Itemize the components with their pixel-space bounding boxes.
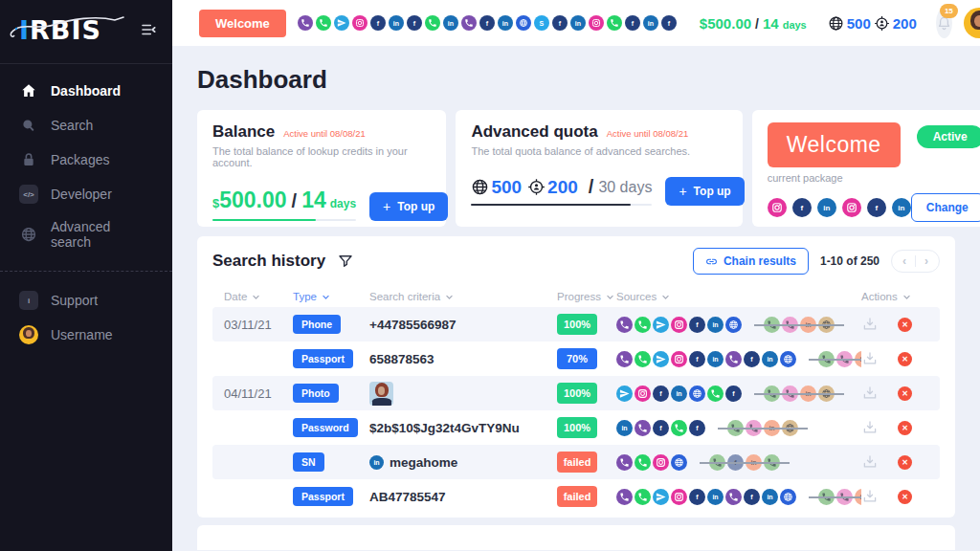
telegram-icon xyxy=(616,386,633,402)
delete-icon[interactable]: ✕ xyxy=(898,352,912,366)
download-icon[interactable] xyxy=(861,419,879,436)
failed-sources-group: fin xyxy=(704,454,785,471)
globe-icon xyxy=(19,225,38,244)
target-quota-icon xyxy=(874,15,890,32)
column-header-type[interactable]: Type xyxy=(293,291,369,302)
whatsapp-icon xyxy=(836,351,853,367)
photo-thumbnail[interactable] xyxy=(369,382,393,406)
globe-icon xyxy=(725,317,742,333)
skype-icon: S xyxy=(534,15,549,31)
viber-icon xyxy=(616,351,633,367)
viber-icon xyxy=(727,420,744,436)
linkedin-icon: in xyxy=(643,15,658,31)
filter-icon[interactable] xyxy=(337,253,354,270)
linkedin-icon: in xyxy=(855,489,861,505)
criteria-text: $2b$10$Jg32t4GvTY9Nu xyxy=(369,421,520,435)
package-card: Welcome Active current package finfin Ch… xyxy=(752,110,980,227)
facebook-icon: f xyxy=(689,351,705,367)
sidebar-item-search[interactable]: Search xyxy=(0,108,172,143)
column-label: Actions xyxy=(861,291,898,302)
logo[interactable]: IRBIS xyxy=(19,15,101,45)
download-icon[interactable] xyxy=(861,385,879,402)
type-badge: Passport xyxy=(293,349,353,368)
whatsapp-icon xyxy=(782,386,798,402)
balance-days-label: days xyxy=(783,19,807,31)
notifications-bell-icon[interactable]: 15 xyxy=(936,8,952,38)
quota-card-description: The total quota balance of advanced sear… xyxy=(471,145,726,157)
facebook-icon: f xyxy=(744,489,760,505)
page-next-icon[interactable]: › xyxy=(924,255,928,267)
sources-cell: finin xyxy=(616,317,861,333)
sidebar-footer-nav: iSupportUsername xyxy=(0,283,172,352)
facebook-icon: f xyxy=(689,489,705,505)
failed-sources-group: in xyxy=(759,317,839,333)
sidebar-item-dashboard[interactable]: Dashboard xyxy=(0,74,172,108)
sidebar-divider xyxy=(0,63,172,64)
summary-cards: Balance Active until 08/08/21 The total … xyxy=(197,110,955,227)
history-row: PassportAB47785547failedfinfinin✕ xyxy=(212,479,940,514)
balance-amount: $500.00 xyxy=(700,15,751,32)
download-icon[interactable] xyxy=(861,316,879,333)
package-change-button[interactable]: Change xyxy=(911,193,980,222)
sidebar-header: IRBIS xyxy=(0,0,172,59)
actions-cell: ✕ xyxy=(861,350,928,367)
download-icon[interactable] xyxy=(861,453,879,471)
viber-icon xyxy=(725,489,742,505)
delete-icon[interactable]: ✕ xyxy=(898,318,912,332)
package-source-icons: finfin xyxy=(768,198,911,217)
globe-icon xyxy=(689,386,705,402)
delete-icon[interactable]: ✕ xyxy=(898,421,912,435)
sidebar-item-label: Dashboard xyxy=(51,83,121,99)
delete-icon[interactable]: ✕ xyxy=(898,386,912,401)
telegram-icon xyxy=(653,489,669,505)
web-quota-value: 500 xyxy=(847,15,871,32)
delete-icon[interactable]: ✕ xyxy=(898,455,912,470)
delete-icon[interactable]: ✕ xyxy=(898,490,912,504)
target-quota-icon xyxy=(527,178,546,196)
column-header-actions[interactable]: Actions xyxy=(861,291,928,302)
history-rows: 03/11/21Phone+44785566987100%finin✕Passp… xyxy=(212,307,940,514)
linkedin-icon: in xyxy=(616,420,633,436)
globe-icon xyxy=(818,317,835,333)
sidebar-item-advanced-search[interactable]: Advanced search xyxy=(0,211,172,257)
user-avatar[interactable] xyxy=(964,8,980,38)
balance-value: $500.00/14days xyxy=(212,187,356,221)
facebook-icon: f xyxy=(625,15,640,31)
download-icon[interactable] xyxy=(861,488,879,505)
globe-icon xyxy=(671,454,687,471)
balance-days-label: days xyxy=(330,197,356,210)
viber-icon xyxy=(635,420,651,436)
sidebar-item-support[interactable]: iSupport xyxy=(0,283,172,318)
chevron-down-icon xyxy=(322,293,330,301)
linkedin-icon: in xyxy=(707,317,724,333)
balance-topup-button[interactable]: +Top up xyxy=(369,192,448,221)
sidebar-divider-dashed xyxy=(0,271,172,272)
pagination-range: 1-10 of 250 xyxy=(820,254,880,268)
facebook-icon: f xyxy=(552,15,568,31)
page-prev-icon[interactable]: ‹ xyxy=(902,255,906,267)
viber-icon xyxy=(298,15,313,31)
sidebar-item-label: Search xyxy=(51,118,93,133)
viber-icon xyxy=(616,489,633,505)
whatsapp-icon xyxy=(671,420,687,436)
sources-cell: finfin xyxy=(616,386,861,402)
column-header-search-criteria[interactable]: Search criteria xyxy=(369,291,557,302)
telegram-icon xyxy=(653,317,669,333)
chain-results-button[interactable]: Chain results xyxy=(693,248,809,275)
column-header-progress[interactable]: Progress xyxy=(557,291,616,302)
sidebar-item-packages[interactable]: Packages xyxy=(0,143,172,177)
balance-amount-value: 500.00 xyxy=(219,187,286,212)
facebook-icon: f xyxy=(661,15,677,31)
viber-icon xyxy=(616,317,633,333)
column-header-date[interactable]: Date xyxy=(224,291,293,302)
quota-topup-button[interactable]: +Top up xyxy=(665,177,744,206)
sidebar-item-developer[interactable]: </>Developer xyxy=(0,177,172,211)
sidebar-item-username[interactable]: Username xyxy=(0,318,172,352)
welcome-package-button[interactable]: Welcome xyxy=(199,10,286,37)
download-icon[interactable] xyxy=(861,350,879,367)
column-header-sources[interactable]: Sources xyxy=(616,291,861,302)
package-label: current package xyxy=(768,172,980,184)
chevron-down-icon xyxy=(445,293,454,301)
sidebar-collapse-icon[interactable] xyxy=(140,21,157,38)
criteria-text: megahome xyxy=(390,455,457,470)
